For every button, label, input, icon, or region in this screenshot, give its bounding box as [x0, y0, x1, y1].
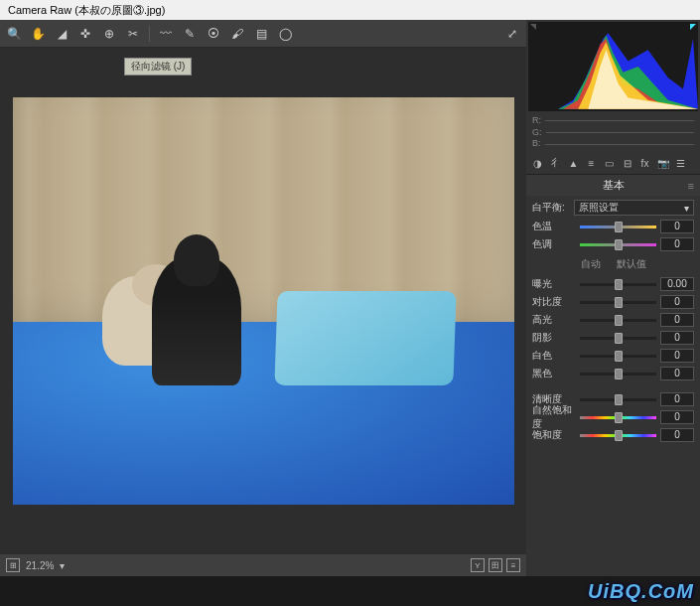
saturation-slider[interactable]	[580, 434, 656, 437]
tab-detail-icon[interactable]: ▲	[566, 156, 581, 170]
watermark: UiBQ.CoM	[588, 580, 694, 603]
zoom-level[interactable]: 21.2%	[26, 560, 54, 571]
tab-camera-icon[interactable]: 📷	[655, 156, 670, 170]
saturation-label: 饱和度	[532, 428, 576, 442]
blacks-label: 黑色	[532, 367, 576, 380]
b-label: B:	[532, 138, 541, 150]
wb-value: 原照设置	[579, 201, 619, 215]
clarity-slider[interactable]	[580, 398, 656, 401]
target-adjust-tool-icon[interactable]: ⊕	[101, 26, 117, 42]
tint-slider[interactable]	[580, 243, 656, 246]
zoom-tool-icon[interactable]: 🔍	[6, 26, 22, 42]
dropdown-arrow-icon[interactable]: ▾	[60, 560, 65, 571]
wb-label: 白平衡:	[532, 201, 574, 215]
before-after-y-icon[interactable]: Y	[471, 558, 485, 572]
image-preview[interactable]	[13, 97, 514, 505]
r-label: R:	[532, 115, 541, 127]
wb-dropdown[interactable]: 原照设置▾	[574, 200, 694, 216]
controls: 白平衡: 原照设置▾ 色温 0 色调 0 自动 默认值 曝光	[526, 196, 700, 448]
separator	[149, 26, 150, 42]
bottom-bar: ⊞ 21.2% ▾ Y 田 ≡	[0, 554, 526, 576]
vibrance-slider[interactable]	[580, 416, 656, 419]
shadows-slider[interactable]	[580, 337, 656, 340]
shadow-clip-warning-icon[interactable]	[530, 24, 536, 30]
auto-link[interactable]: 自动	[581, 257, 601, 271]
right-panel: R: G: B: ◑ ⼻ ▲ ≡ ▭ ⊟ fx 📷 ☰ 基本 ≡ 白平衡: 原照…	[526, 20, 700, 576]
redeye-tool-icon[interactable]: ⦿	[206, 26, 221, 42]
blacks-slider[interactable]	[580, 373, 656, 376]
auto-default-links: 自动 默认值	[532, 253, 694, 275]
tab-curve-icon[interactable]: ⼻	[548, 156, 563, 170]
tab-presets-icon[interactable]: ☰	[673, 156, 688, 170]
temp-value[interactable]: 0	[660, 220, 694, 233]
tab-split-icon[interactable]: ▭	[602, 156, 617, 170]
before-after-grid-icon[interactable]: 田	[489, 558, 502, 572]
whites-slider[interactable]	[580, 355, 656, 358]
vibrance-value[interactable]: 0	[660, 410, 694, 424]
workspace: 🔍 ✋ ◢ ✜ ⊕ ✂ 〰 ✎ ⦿ 🖌 ▤ ◯ ⤢ 径向滤镜 (J)	[0, 20, 700, 576]
highlights-slider[interactable]	[580, 319, 656, 322]
clarity-value[interactable]: 0	[660, 392, 694, 406]
left-panel: 🔍 ✋ ◢ ✜ ⊕ ✂ 〰 ✎ ⦿ 🖌 ▤ ◯ ⤢ 径向滤镜 (J)	[0, 20, 526, 576]
adjustment-brush-tool-icon[interactable]: 🖌	[229, 26, 245, 42]
window-title: Camera Raw (本叔の原圖③.jpg)	[8, 3, 165, 18]
rgb-readout: R: G: B:	[526, 113, 700, 152]
dropdown-chevron-icon: ▾	[684, 203, 689, 214]
view-mode-icon[interactable]: ⊞	[6, 558, 20, 572]
temp-slider[interactable]	[580, 226, 656, 228]
whites-label: 白色	[532, 349, 576, 363]
panel-menu-icon[interactable]: ≡	[688, 180, 694, 192]
contrast-value[interactable]: 0	[660, 295, 694, 309]
tab-fx-icon[interactable]: fx	[637, 156, 652, 170]
default-link[interactable]: 默认值	[617, 257, 646, 271]
vibrance-label: 自然饱和度	[532, 403, 576, 431]
spot-removal-tool-icon[interactable]: ✎	[182, 26, 198, 42]
tab-strip: ◑ ⼻ ▲ ≡ ▭ ⊟ fx 📷 ☰	[526, 152, 700, 175]
temp-label: 色温	[532, 220, 576, 233]
highlights-label: 高光	[532, 313, 576, 327]
histogram[interactable]	[528, 22, 698, 111]
color-sampler-tool-icon[interactable]: ✜	[77, 26, 93, 42]
radial-filter-tool-icon[interactable]: ◯	[277, 26, 293, 42]
graduated-filter-tool-icon[interactable]: ▤	[253, 26, 269, 42]
exposure-slider[interactable]	[580, 283, 656, 286]
exposure-value[interactable]: 0.00	[660, 277, 694, 291]
title-bar: Camera Raw (本叔の原圖③.jpg)	[0, 0, 700, 20]
fullscreen-toggle-icon[interactable]: ⤢	[504, 26, 520, 42]
straighten-tool-icon[interactable]: 〰	[158, 26, 174, 42]
tooltip: 径向滤镜 (J)	[124, 58, 192, 76]
highlights-value[interactable]: 0	[660, 313, 694, 327]
image-area	[0, 48, 526, 554]
saturation-value[interactable]: 0	[660, 428, 694, 442]
tint-value[interactable]: 0	[660, 237, 694, 251]
white-balance-tool-icon[interactable]: ◢	[54, 26, 70, 42]
crop-tool-icon[interactable]: ✂	[125, 26, 141, 42]
shadows-value[interactable]: 0	[660, 331, 694, 345]
contrast-label: 对比度	[532, 295, 576, 309]
g-label: G:	[532, 127, 542, 139]
panel-title: 基本	[603, 178, 625, 193]
highlight-clip-warning-icon[interactable]	[690, 24, 696, 30]
panel-title-bar: 基本 ≡	[526, 175, 700, 196]
tab-lens-icon[interactable]: ⊟	[620, 156, 634, 170]
tab-hsl-icon[interactable]: ≡	[584, 156, 599, 170]
hand-tool-icon[interactable]: ✋	[30, 26, 46, 42]
contrast-slider[interactable]	[580, 301, 656, 304]
whites-value[interactable]: 0	[660, 349, 694, 363]
toolbar: 🔍 ✋ ◢ ✜ ⊕ ✂ 〰 ✎ ⦿ 🖌 ▤ ◯ ⤢	[0, 20, 526, 48]
before-after-swap-icon[interactable]: ≡	[506, 558, 520, 572]
blacks-value[interactable]: 0	[660, 367, 694, 380]
tint-label: 色调	[532, 237, 576, 251]
tab-basic-icon[interactable]: ◑	[530, 156, 545, 170]
exposure-label: 曝光	[532, 277, 576, 291]
shadows-label: 阴影	[532, 331, 576, 345]
